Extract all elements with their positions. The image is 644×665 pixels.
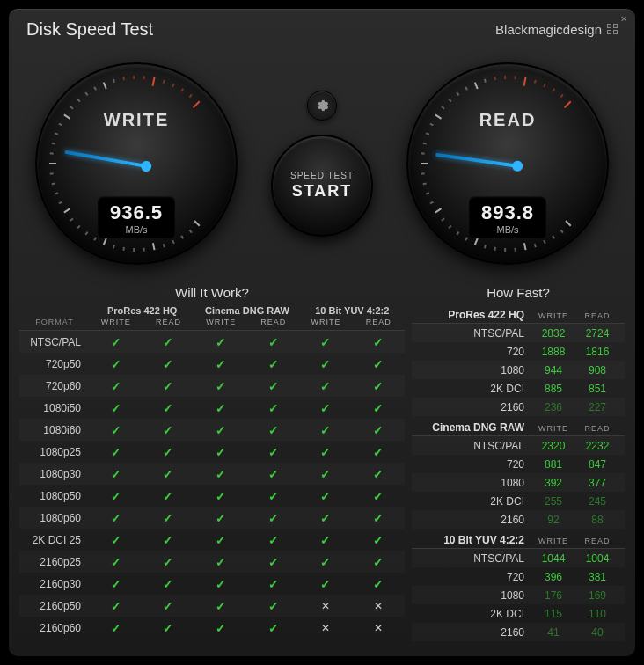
check-icon: ✓	[194, 401, 247, 415]
start-maintext: START	[292, 182, 353, 201]
check-icon: ✓	[300, 401, 353, 415]
check-icon: ✓	[352, 555, 405, 569]
codec-name: ProRes 422 HQ	[417, 309, 531, 321]
write-value: 236	[531, 401, 575, 413]
how-fast-sections: ProRes 422 HQ WRITE READNTSC/PAL 2832 27…	[412, 305, 625, 641]
check-icon: ✓	[300, 335, 353, 349]
read-gauge: READ 893.8 MB/s	[406, 62, 609, 265]
check-icon: ✓	[90, 467, 143, 481]
format-label: 2160	[417, 401, 531, 413]
check-icon: ✓	[194, 555, 247, 569]
codec-name: Cinema DNG RAW	[417, 421, 531, 434]
check-icon: ✓	[247, 379, 300, 393]
table-row: 1080p50✓✓✓✓✓✓	[19, 485, 405, 507]
read-value: 88	[575, 514, 619, 526]
check-icon: ✓	[90, 379, 143, 393]
check-icon: ✓	[90, 511, 143, 525]
section-header: 10 Bit YUV 4:2:2 WRITE READ	[412, 530, 625, 549]
table-row: 2160p50✓✓✓✓✕✕	[19, 595, 405, 617]
check-icon: ✓	[143, 423, 195, 437]
format-label: 1080p60	[19, 512, 90, 524]
read-value: 847	[575, 458, 619, 471]
table-row: 1080p25✓✓✓✓✓✓	[19, 441, 405, 463]
how-fast-section: 10 Bit YUV 4:2:2 WRITE READNTSC/PAL 1044…	[412, 530, 625, 641]
check-icon: ✓	[143, 401, 195, 415]
check-icon: ✓	[247, 357, 300, 371]
write-value: 881	[531, 458, 575, 471]
table-row: 2K DCI 255 245	[412, 492, 625, 510]
check-icon: ✓	[300, 533, 353, 547]
table-row: 720p50✓✓✓✓✓✓	[19, 353, 405, 375]
table-row: 2160p60✓✓✓✓✕✕	[19, 617, 405, 639]
table-row: 2K DCI 115 110	[412, 604, 625, 623]
format-label: 2K DCI 25	[19, 534, 90, 546]
col-write: WRITE	[531, 311, 575, 320]
check-icon: ✓	[194, 489, 247, 503]
check-icon: ✓	[352, 511, 405, 525]
read-value: 851	[575, 383, 619, 395]
format-label: 2160p60	[19, 622, 90, 634]
table-row: 1080p60✓✓✓✓✓✓	[19, 507, 405, 529]
table-row: 2160 41 40	[412, 623, 625, 641]
write-value: 41	[531, 626, 575, 639]
format-label: NTSC/PAL	[417, 440, 531, 452]
check-icon: ✓	[90, 357, 143, 371]
format-label: 2160p25	[19, 556, 90, 568]
settings-button[interactable]	[307, 91, 337, 121]
section-header: Cinema DNG RAW WRITE READ	[412, 418, 625, 436]
format-label: NTSC/PAL	[417, 552, 531, 565]
table-row: NTSC/PAL 1044 1004	[412, 549, 625, 567]
write-value: 936.5	[110, 201, 163, 224]
check-icon: ✓	[194, 533, 247, 547]
table-row: 2160p30✓✓✓✓✓✓	[19, 573, 405, 595]
how-fast-panel: How Fast? ProRes 422 HQ WRITE READNTSC/P…	[412, 278, 625, 643]
table-row: 1080p30✓✓✓✓✓✓	[19, 463, 405, 485]
check-icon: ✓	[247, 423, 300, 437]
check-icon: ✓	[247, 489, 300, 503]
check-icon: ✓	[90, 489, 143, 503]
write-value: 176	[531, 589, 575, 602]
check-icon: ✓	[352, 357, 405, 371]
brand-logo-icon	[607, 24, 618, 34]
gear-icon	[315, 99, 329, 113]
check-icon: ✓	[247, 335, 300, 349]
table-row: 1080 392 377	[412, 473, 625, 492]
format-label: 720p60	[19, 380, 90, 392]
start-button[interactable]: SPEED TEST START	[271, 135, 373, 237]
table-row: 2K DCI 25✓✓✓✓✓✓	[19, 529, 405, 551]
codec-group-label: Cinema DNG RAW	[194, 305, 299, 318]
read-value: 381	[575, 571, 619, 583]
format-label: 720p50	[19, 358, 90, 370]
check-icon: ✓	[194, 335, 247, 349]
write-unit: MB/s	[110, 224, 163, 235]
table-row: 1080i50✓✓✓✓✓✓	[19, 397, 405, 419]
table-row: 720 881 847	[412, 455, 625, 473]
how-fast-section: Cinema DNG RAW WRITE READNTSC/PAL 2320 2…	[412, 418, 625, 529]
check-icon: ✓	[247, 467, 300, 481]
check-icon: ✓	[247, 599, 300, 613]
check-icon: ✓	[247, 401, 300, 415]
check-icon: ✓	[300, 379, 353, 393]
format-label: 1080p25	[19, 446, 90, 458]
table-row: 1080 944 908	[412, 361, 625, 379]
check-icon: ✓	[300, 467, 353, 481]
col-write: WRITE	[531, 537, 575, 545]
check-icon: ✓	[90, 599, 143, 613]
check-icon: ✓	[90, 401, 143, 415]
format-label: 2K DCI	[417, 383, 531, 395]
check-icon: ✓	[143, 357, 195, 371]
format-label: 1080	[417, 477, 531, 489]
read-value: 893.8	[481, 201, 534, 224]
table-row: 2160 92 88	[412, 510, 625, 529]
close-icon[interactable]: ✕	[618, 12, 630, 25]
table-row: 720 1888 1816	[412, 342, 625, 361]
check-icon: ✓	[143, 621, 195, 635]
check-icon: ✓	[352, 445, 405, 459]
read-value: 227	[575, 401, 619, 413]
read-value: 2232	[575, 440, 619, 452]
check-icon: ✓	[90, 555, 143, 569]
check-icon: ✓	[143, 511, 195, 525]
check-icon: ✓	[247, 533, 300, 547]
x-icon: ✕	[300, 622, 353, 634]
write-value: 392	[531, 477, 575, 489]
